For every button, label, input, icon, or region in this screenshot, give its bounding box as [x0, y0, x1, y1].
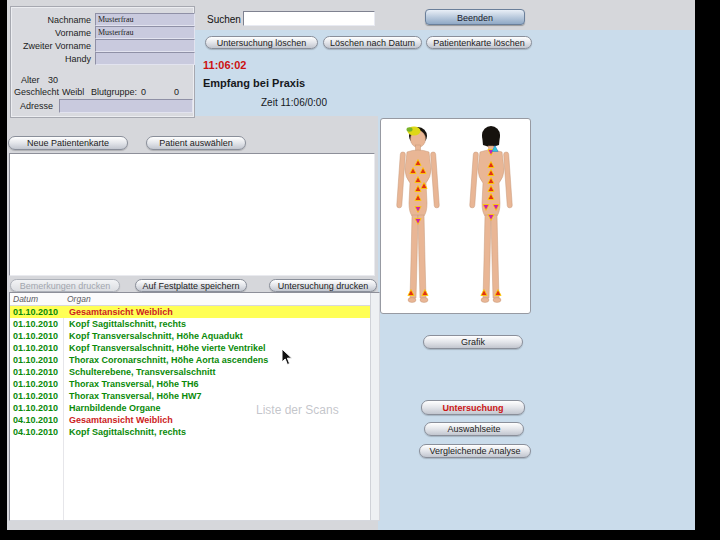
beenden-button[interactable]: Beenden — [425, 9, 525, 25]
handy-label: Handy — [11, 54, 91, 64]
scan-row-datum: 01.10.2010 — [10, 402, 65, 414]
clock-display: 11:06:02 — [203, 59, 246, 71]
grafik-button[interactable]: Grafik — [423, 335, 523, 349]
scan-list: Datum Organ 01.10.2010Gesamtansicht Weib… — [9, 292, 380, 521]
nachname-label: Nachname — [11, 15, 91, 25]
scan-row-organ: Thorax Transversal, Höhe HW7 — [65, 390, 370, 402]
scan-row-organ: Harnbildende Organe — [65, 402, 370, 414]
scan-row-datum: 04.10.2010 — [10, 426, 65, 438]
scan-row-datum: 01.10.2010 — [10, 342, 65, 354]
blutgruppe-value-2: 0 — [174, 87, 179, 97]
scan-row-organ: Kopf Sagittalschnitt, rechts — [65, 426, 370, 438]
zweiter-vorname-label: Zweiter Vorname — [11, 41, 91, 51]
scan-list-scrollbar[interactable] — [370, 293, 379, 520]
blutgruppe-value: 0 — [141, 87, 146, 97]
scan-row-organ: Kopf Sagittalschnitt, rechts — [65, 318, 370, 330]
loeschen-nach-datum-button[interactable]: Löschen nach Datum — [323, 36, 422, 49]
alter-label: Alter — [21, 75, 40, 85]
scan-row-organ: Thorax Coronarschnitt, Höhe Aorta ascend… — [65, 354, 370, 366]
bemerkungen-drucken-button: Bemerkungen drucken — [10, 279, 120, 292]
body-chart-panel[interactable] — [380, 118, 531, 314]
column-header-datum: Datum — [13, 294, 38, 304]
scan-row-datum: 04.10.2010 — [10, 414, 65, 426]
scan-row-organ: Thorax Transversal, Höhe TH6 — [65, 378, 370, 390]
vergleichende-analyse-button[interactable]: Vergleichende Analyse — [419, 444, 531, 458]
scan-row[interactable]: 01.10.2010Thorax Transversal, Höhe TH6 — [10, 378, 370, 390]
nachname-field[interactable] — [95, 13, 195, 26]
geschlecht-value: Weibl — [62, 87, 84, 97]
main-content: Nachname Vorname Zweiter Vorname Handy A… — [7, 0, 695, 530]
scan-row-organ: Gesamtansicht Weiblich — [65, 306, 370, 318]
scan-row[interactable]: 01.10.2010Harnbildende Organe — [10, 402, 370, 414]
column-header-organ: Organ — [67, 294, 91, 304]
untersuchung-loeschen-button[interactable]: Untersuchung löschen — [205, 36, 318, 49]
scan-row[interactable]: 01.10.2010Gesamtansicht Weiblich — [10, 306, 370, 318]
scan-list-rows: 01.10.2010Gesamtansicht Weiblich01.10.20… — [10, 306, 370, 520]
handy-field[interactable] — [95, 52, 195, 65]
scan-row[interactable]: 01.10.2010Thorax Transversal, Höhe HW7 — [10, 390, 370, 402]
application-window: Nachname Vorname Zweiter Vorname Handy A… — [0, 0, 720, 540]
scan-row-datum: 01.10.2010 — [10, 318, 65, 330]
auswahlseite-button[interactable]: Auswahlseite — [424, 422, 524, 436]
body-figure-back — [470, 126, 513, 302]
body-figure-front — [397, 127, 440, 303]
auf-festplatte-speichern-button[interactable]: Auf Festplatte speichern — [135, 279, 247, 292]
adresse-label: Adresse — [20, 101, 53, 111]
scan-row[interactable]: 01.10.2010Kopf Transversalschnitt, Höhe … — [10, 342, 370, 354]
scan-row[interactable]: 01.10.2010Kopf Transversalschnitt, Höhe … — [10, 330, 370, 342]
vorname-field[interactable] — [95, 26, 195, 39]
scan-row[interactable]: 01.10.2010Kopf Sagittalschnitt, rechts — [10, 318, 370, 330]
zeit-status: Zeit 11:06/0:00 — [261, 97, 327, 108]
scan-list-header: Datum Organ — [10, 293, 379, 306]
patientenkarte-loeschen-button[interactable]: Patientenkarte löschen — [426, 36, 532, 49]
scan-row-datum: 01.10.2010 — [10, 330, 65, 342]
scan-row-organ: Schulterebene, Transversalschnitt — [65, 366, 370, 378]
patient-auswaehlen-button[interactable]: Patient auswählen — [146, 136, 246, 150]
zweiter-vorname-field[interactable] — [95, 39, 195, 52]
alter-value: 30 — [48, 75, 58, 85]
scan-row-organ: Kopf Transversalschnitt, Höhe Aquadukt — [65, 330, 370, 342]
patient-form-panel: Nachname Vorname Zweiter Vorname Handy A… — [10, 6, 195, 118]
scan-row[interactable]: 04.10.2010Gesamtansicht Weiblich — [10, 414, 370, 426]
geschlecht-label: Geschlecht — [14, 87, 59, 97]
scan-row-datum: 01.10.2010 — [10, 306, 65, 318]
body-chart — [381, 119, 530, 313]
scan-row[interactable]: 01.10.2010Schulterebene, Transversalschn… — [10, 366, 370, 378]
untersuchung-drucken-button[interactable]: Untersuchung drucken — [269, 279, 377, 292]
scan-row-datum: 01.10.2010 — [10, 378, 65, 390]
notes-area[interactable] — [9, 153, 375, 276]
location-status: Empfang bei Praxis — [203, 77, 305, 89]
search-label: Suchen — [207, 14, 241, 25]
scan-row[interactable]: 04.10.2010Kopf Sagittalschnitt, rechts — [10, 426, 370, 438]
scan-row-organ: Gesamtansicht Weiblich — [65, 414, 370, 426]
neue-patientenkarte-button[interactable]: Neue Patientenkarte — [8, 136, 128, 150]
untersuchung-button[interactable]: Untersuchung — [421, 400, 525, 415]
blutgruppe-label: Blutgruppe: — [91, 87, 137, 97]
scan-row-datum: 01.10.2010 — [10, 366, 65, 378]
vorname-label: Vorname — [11, 28, 91, 38]
scan-row[interactable]: 01.10.2010Thorax Coronarschnitt, Höhe Ao… — [10, 354, 370, 366]
search-input[interactable] — [243, 11, 375, 26]
scan-row-datum: 01.10.2010 — [10, 354, 65, 366]
adresse-field[interactable] — [59, 99, 193, 113]
scan-row-datum: 01.10.2010 — [10, 390, 65, 402]
scan-row-organ: Kopf Transversalschnitt, Höhe vierte Ven… — [65, 342, 370, 354]
